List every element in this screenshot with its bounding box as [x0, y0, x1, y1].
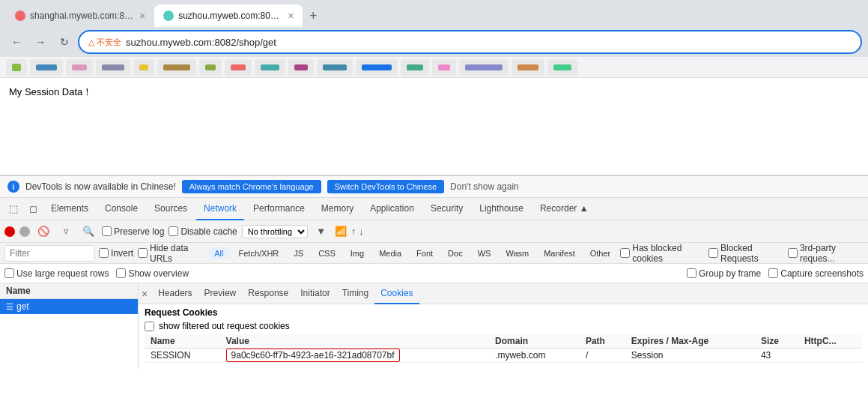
network-options: Use large request rows Show overview Gro…	[0, 264, 868, 283]
tab-lighthouse[interactable]: Lighthouse	[472, 198, 531, 220]
filter-type-wasm[interactable]: Wasm	[500, 247, 534, 259]
tab-active[interactable]: suzhou.myweb.com:8082/sho... ×	[154, 4, 303, 27]
bookmark-10[interactable]	[288, 59, 314, 76]
tab-close-2[interactable]: ×	[288, 10, 294, 22]
group-by-frame-checkbox[interactable]: Group by frame	[687, 268, 761, 279]
filter-type-manifest[interactable]: Manifest	[538, 247, 580, 259]
security-warning: △ 不安全	[88, 37, 121, 48]
request-area: Name ☰ get × Headers Preview Response In…	[0, 283, 868, 370]
always-match-language-button[interactable]: Always match Chrome's language	[182, 180, 321, 193]
bookmark-icon-1	[12, 64, 21, 71]
session-data-text: My Session Data！	[9, 86, 92, 97]
filter-type-css[interactable]: CSS	[313, 247, 341, 259]
detail-tab-cookies[interactable]: Cookies	[374, 283, 419, 304]
security-label: 不安全	[97, 37, 121, 48]
tab-performance[interactable]: Performance	[246, 198, 312, 220]
filter-type-font[interactable]: Font	[411, 247, 438, 259]
detail-tab-response[interactable]: Response	[242, 283, 294, 304]
detail-tab-headers[interactable]: Headers	[152, 283, 198, 304]
bookmark-1[interactable]	[6, 59, 27, 76]
filter-type-doc[interactable]: Doc	[443, 247, 468, 259]
cookie-httpc-cell	[798, 349, 862, 363]
devtools-cursor-icon[interactable]: ⬚	[4, 200, 22, 218]
bookmark-16[interactable]	[512, 59, 544, 76]
capture-screenshots-checkbox[interactable]: Capture screenshots	[768, 268, 864, 279]
bookmark-7[interactable]	[199, 59, 222, 76]
detail-tab-timing[interactable]: Timing	[336, 283, 375, 304]
tab-memory[interactable]: Memory	[314, 198, 361, 220]
back-button[interactable]: ←	[6, 31, 27, 52]
bookmark-8[interactable]	[225, 59, 252, 76]
bookmark-icon-16	[518, 64, 538, 70]
filter-input[interactable]	[4, 245, 94, 262]
dont-show-again-link[interactable]: Don't show again	[450, 181, 519, 192]
bookmark-4[interactable]	[96, 59, 130, 76]
bookmark-2[interactable]	[30, 59, 63, 76]
filter-type-js[interactable]: JS	[288, 247, 309, 259]
bookmark-15[interactable]	[459, 59, 509, 76]
filter-type-img[interactable]: Img	[345, 247, 369, 259]
cookies-section: Request Cookies show filtered out reques…	[139, 304, 868, 366]
switch-to-chinese-button[interactable]: Switch DevTools to Chinese	[327, 180, 444, 193]
preserve-log-checkbox[interactable]: Preserve log	[102, 226, 164, 237]
address-text[interactable]: suzhou.myweb.com:8082/shop/get	[126, 37, 852, 48]
devtools-inspect-icon[interactable]: ◻	[24, 200, 42, 218]
clear-button[interactable]: 🚫	[34, 223, 52, 241]
detail-tab-initiator[interactable]: Initiator	[294, 283, 336, 304]
bookmark-12[interactable]	[356, 59, 398, 76]
tab-favicon-2	[163, 10, 174, 21]
forward-button[interactable]: →	[30, 31, 51, 52]
filter-icon[interactable]: ▿	[57, 223, 75, 241]
tab-console[interactable]: Console	[97, 198, 145, 220]
filter-type-all[interactable]: All	[209, 247, 228, 259]
stop-button[interactable]	[19, 226, 30, 237]
throttle-arrow-icon[interactable]: ▼	[312, 223, 330, 241]
tab-sources[interactable]: Sources	[147, 198, 195, 220]
filter-type-media[interactable]: Media	[374, 247, 407, 259]
filter-type-ws[interactable]: WS	[473, 247, 497, 259]
new-tab-button[interactable]: +	[303, 5, 324, 26]
cookies-table: Name Value Domain Path Expires / Max-Age…	[145, 334, 862, 363]
bookmark-3[interactable]	[66, 59, 93, 76]
bookmark-5[interactable]	[133, 59, 154, 76]
show-overview-checkbox[interactable]: Show overview	[116, 268, 189, 279]
blocked-requests-checkbox[interactable]: Blocked Requests	[708, 243, 783, 264]
request-item-get[interactable]: ☰ get	[0, 299, 138, 314]
tab-recorder[interactable]: Recorder ▲	[532, 198, 596, 220]
detail-tab-preview[interactable]: Preview	[198, 283, 243, 304]
large-rows-checkbox[interactable]: Use large request rows	[4, 268, 109, 279]
tab-inactive[interactable]: shanghai.myweb.com:8081/b... ×	[6, 4, 154, 27]
filter-type-fetch-xhr[interactable]: Fetch/XHR	[234, 247, 285, 259]
show-filtered-checkbox[interactable]	[145, 322, 154, 331]
tab-title-1: shanghai.myweb.com:8081/b...	[30, 10, 135, 21]
bookmark-11[interactable]	[317, 59, 353, 76]
throttle-select[interactable]: No throttling	[242, 225, 308, 238]
reload-button[interactable]: ↻	[54, 31, 75, 52]
download-icon: ↓	[359, 226, 364, 237]
invert-checkbox[interactable]: Invert	[99, 248, 133, 259]
bookmark-6[interactable]	[157, 59, 196, 76]
bookmark-icon-5	[139, 64, 148, 70]
bookmark-17[interactable]	[547, 59, 577, 76]
hide-data-urls-checkbox[interactable]: Hide data URLs	[138, 243, 204, 264]
third-party-checkbox[interactable]: 3rd-party reques...	[788, 243, 864, 264]
bookmark-14[interactable]	[432, 59, 456, 76]
bookmark-icon-3	[72, 64, 87, 70]
filter-type-other[interactable]: Other	[585, 247, 616, 259]
disable-cache-checkbox[interactable]: Disable cache	[169, 226, 237, 237]
has-blocked-cookies-checkbox[interactable]: Has blocked cookies	[620, 243, 704, 264]
col-name: Name	[145, 334, 220, 349]
bookmark-9[interactable]	[255, 59, 285, 76]
tab-elements[interactable]: Elements	[43, 198, 96, 220]
tab-network[interactable]: Network	[196, 198, 244, 220]
tab-application[interactable]: Application	[362, 198, 422, 220]
record-button[interactable]	[4, 226, 15, 237]
bookmark-13[interactable]	[401, 59, 429, 76]
tab-close-1[interactable]: ×	[139, 10, 145, 22]
tab-security[interactable]: Security	[423, 198, 470, 220]
search-icon[interactable]: 🔍	[79, 223, 97, 241]
col-domain: Domain	[489, 334, 580, 349]
address-input-wrap[interactable]: △ 不安全 suzhou.myweb.com:8082/shop/get	[78, 30, 862, 54]
detail-close-button[interactable]: ×	[142, 288, 148, 300]
cookie-value-cell: 9a0c9c60-ff7b-4923-ae16-321ad08707bf	[220, 349, 490, 363]
